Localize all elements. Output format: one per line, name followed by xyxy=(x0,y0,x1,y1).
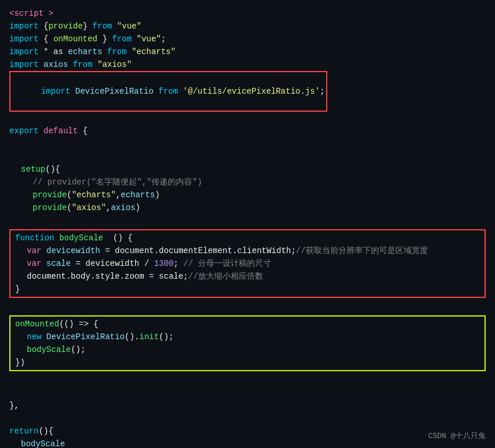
line-provide2: provide("axios",axios) xyxy=(9,201,486,214)
line-script-tag: <script > xyxy=(9,7,486,20)
line-setup: setup(){ xyxy=(9,163,486,176)
line-func: function bodyScale () { xyxy=(15,232,480,244)
line-bodyscale-call: bodyScale(); xyxy=(15,343,480,356)
function-bodyscale-block: function bodyScale () { var devicewidth … xyxy=(9,229,486,298)
line-new-device: new DevicePixelRatio().init(); xyxy=(15,330,480,343)
blank-line-2 xyxy=(9,137,486,150)
line-provide1: provide("echarts",echarts) xyxy=(9,189,486,201)
line-import1: import {provide} from "vue" xyxy=(9,20,486,33)
line-var3: document.body.style.zoom = scale;//放大缩小相… xyxy=(15,270,480,283)
line-export: export default { xyxy=(9,125,486,137)
line-comment1: // provider("名字随便起","传递的内容") xyxy=(9,176,486,189)
line-var2: var scale = devicewidth / 1300; // 分母一设计… xyxy=(15,257,480,270)
line-import3: import * as echarts from "echarts" xyxy=(9,45,486,58)
blank-line-8 xyxy=(9,412,486,425)
line-var1: var devicewidth = document.documentEleme… xyxy=(15,244,480,257)
line-import4: import axios from "axios" xyxy=(9,58,486,71)
line-import5: import DevicePixelRatio from '@/utils/ev… xyxy=(9,71,486,112)
onmounted-block: onMounted(() => { new DevicePixelRatio()… xyxy=(9,315,486,371)
blank-line-3 xyxy=(9,150,486,163)
blank-line-5 xyxy=(9,300,486,313)
line-import2: import { onMounted } from "vue"; xyxy=(9,33,486,45)
line-onmounted-close: }) xyxy=(15,356,480,369)
import-kw1: import xyxy=(9,20,44,33)
line-return-body: bodyScale xyxy=(9,438,486,448)
watermark: CSDN @十八只兔 xyxy=(428,431,486,441)
blank-line-1 xyxy=(9,112,486,125)
script-tag-text: <script > xyxy=(9,7,54,20)
line-func-close: } xyxy=(15,283,480,296)
blank-line-6 xyxy=(9,374,486,386)
highlight-import: import DevicePixelRatio from '@/utils/ev… xyxy=(9,71,327,112)
line-close-obj: }, xyxy=(9,399,486,412)
blank-line-7 xyxy=(9,386,486,399)
line-return: return(){ xyxy=(9,425,486,438)
blank-line-4 xyxy=(9,214,486,227)
line-onmounted: onMounted(() => { xyxy=(15,318,480,330)
code-container: <script > import {provide} from "vue" im… xyxy=(0,0,495,448)
